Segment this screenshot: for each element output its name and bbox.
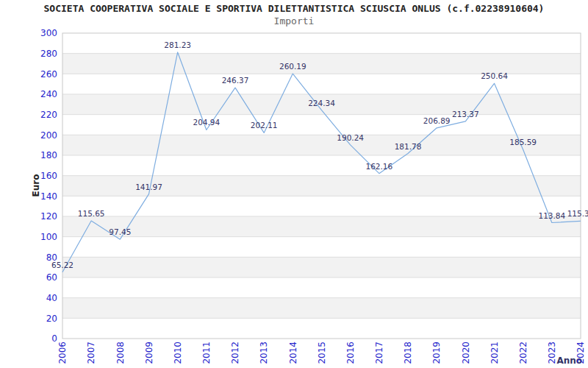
- y-tick-label: 0: [51, 333, 57, 344]
- x-tick-label: 2018: [403, 342, 413, 364]
- y-tick-label: 100: [40, 232, 57, 242]
- y-tick-label: 200: [40, 130, 57, 141]
- x-tick-label: 2015: [317, 342, 327, 364]
- grid-band: [62, 298, 581, 319]
- y-tick-label: 120: [40, 211, 57, 222]
- x-tick-label: 2013: [259, 342, 269, 364]
- x-tick-label: 2014: [288, 342, 298, 364]
- y-tick-label: 140: [40, 191, 57, 202]
- x-tick-label: 2012: [230, 342, 240, 364]
- x-tick-label: 2010: [173, 342, 183, 364]
- x-tick-label: 2016: [345, 342, 356, 364]
- y-tick-label: 40: [46, 293, 57, 303]
- grid-band: [62, 54, 581, 74]
- point-label: 224.34: [308, 99, 335, 107]
- point-label: 181.78: [395, 142, 422, 151]
- point-label: 204.94: [193, 118, 220, 127]
- y-tick-label: 80: [46, 252, 57, 263]
- point-label: 260.19: [279, 62, 306, 71]
- point-label: 281.23: [164, 40, 191, 49]
- x-tick-label: 2008: [115, 342, 126, 364]
- y-tick-label: 60: [46, 272, 57, 283]
- x-tick-label: 2007: [86, 342, 96, 364]
- y-tick-label: 180: [40, 150, 57, 160]
- line-chart-plot: 65.22115.6597.45141.97281.23204.94246.37…: [0, 0, 588, 368]
- point-label: 162.16: [365, 162, 392, 171]
- y-tick-label: 280: [40, 49, 57, 59]
- point-label: 206.89: [423, 116, 451, 125]
- y-tick-label: 240: [40, 89, 57, 99]
- grid-band: [62, 257, 581, 277]
- y-tick-label: 160: [40, 171, 57, 181]
- point-label: 246.37: [222, 76, 249, 85]
- y-tick-label: 20: [46, 314, 57, 324]
- x-tick-label: 2020: [461, 342, 471, 364]
- y-tick-label: 220: [40, 110, 57, 120]
- x-tick-label: 2024: [576, 342, 586, 364]
- x-tick-label: 2017: [374, 342, 384, 364]
- point-label: 250.64: [481, 71, 508, 80]
- point-label: 97.45: [109, 227, 131, 236]
- y-tick-label: 260: [40, 69, 57, 79]
- x-tick-label: 2009: [144, 342, 154, 364]
- grid-band: [62, 135, 581, 155]
- point-label: 115.34: [567, 209, 588, 218]
- data-line: [62, 52, 581, 272]
- point-label: 113.84: [538, 211, 565, 220]
- x-tick-label: 2006: [57, 342, 68, 364]
- y-tick-label: 300: [40, 28, 57, 38]
- grid-band: [62, 216, 581, 237]
- x-tick-label: 2023: [547, 342, 557, 364]
- point-label: 202.11: [251, 121, 278, 130]
- point-label: 115.65: [78, 209, 105, 218]
- point-label: 190.24: [337, 133, 364, 142]
- x-tick-label: 2021: [490, 342, 500, 364]
- x-tick-label: 2019: [431, 342, 442, 364]
- point-label: 141.97: [135, 183, 162, 191]
- point-label: 185.59: [509, 138, 537, 146]
- point-label: 213.37: [452, 110, 479, 118]
- x-tick-label: 2011: [201, 342, 212, 364]
- x-tick-label: 2022: [518, 342, 528, 364]
- chart-canvas: SOCIETA COOPERATIVA SOCIALE E SPORTIVA D…: [0, 0, 588, 368]
